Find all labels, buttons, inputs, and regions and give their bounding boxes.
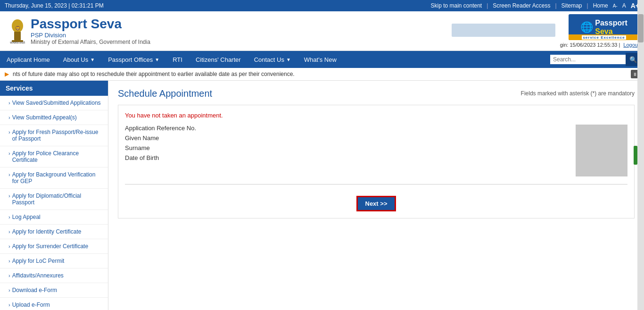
sidebar-item-apply-loc[interactable]: › Apply for LoC Permit — [0, 254, 108, 268]
sidebar-arrow-icon: › — [8, 151, 10, 156]
site-header: 🦁 सत्यमेव जयते Passport Seva PSP Divisio… — [0, 11, 644, 51]
page-title: Schedule Appointment — [118, 88, 212, 99]
nav-whats-new[interactable]: What's New — [297, 51, 343, 68]
nav-contact-us[interactable]: Contact Us ▼ — [248, 51, 297, 68]
font-normal[interactable]: A — [622, 2, 626, 9]
sidebar-item-upload-eform[interactable]: › Upload e-Form — [0, 298, 108, 310]
sidebar-item-download-eform[interactable]: › Download e-Form — [0, 283, 108, 298]
app-ref-label: Application Reference No. — [125, 125, 210, 132]
alert-message: You have not taken an appointment. — [125, 112, 627, 119]
passport-offices-arrow: ▼ — [155, 57, 159, 62]
sidebar-item-apply-police[interactable]: › Apply for Police Clearance Certificate — [0, 146, 108, 168]
contact-us-arrow: ▼ — [286, 57, 291, 62]
sidebar-arrow-icon: › — [8, 273, 10, 278]
scroll-thumb[interactable] — [638, 14, 644, 42]
sidebar-arrow-icon: › — [8, 287, 10, 293]
search-input[interactable] — [550, 55, 626, 64]
form-fields: Application Reference No. Given Name Sur… — [125, 125, 566, 176]
sidebar-arrow-icon: › — [8, 243, 10, 249]
ticker-arrow-icon: ▶ — [5, 71, 9, 77]
sidebar-arrow-icon: › — [8, 258, 10, 264]
sidebar-arrow-icon: › — [8, 115, 10, 120]
header-title-block: Passport Seva PSP Division Ministry of E… — [31, 17, 452, 45]
psp-division: PSP Division — [31, 32, 452, 39]
services-sidebar: Services › View Saved/Submitted Applicat… — [0, 81, 108, 310]
content-header: Schedule Appointment Fields marked with … — [118, 88, 635, 99]
navbar-search-area: 🔍 — [547, 51, 644, 68]
sidebar-item-view-appeals[interactable]: › View Submitted Appeal(s) — [0, 110, 108, 125]
home-link[interactable]: Home — [593, 2, 608, 9]
passport-seva-logo: 🌐 Passport Seva service Excellence — [569, 14, 639, 40]
sidebar-item-apply-diplomatic[interactable]: › Apply for Diplomatic/Official Passport — [0, 189, 108, 210]
main-layout: Services › View Saved/Submitted Applicat… — [0, 81, 644, 310]
next-button[interactable]: Next >> — [356, 196, 396, 211]
nav-citizens-charter[interactable]: Citizens' Charter — [189, 51, 248, 68]
surname-label: Surname — [125, 144, 210, 151]
green-indicator — [634, 146, 637, 165]
sidebar-item-apply-surrender[interactable]: › Apply for Surrender Certificate — [0, 239, 108, 254]
top-bar: Thursday, June 15, 2023 | 02:31:21 PM Sk… — [0, 0, 644, 11]
svg-rect-1 — [14, 32, 21, 40]
form-divider — [125, 184, 627, 184]
scrollbar[interactable] — [637, 0, 644, 310]
svg-text:सत्यमेव जयते: सत्यमेव जयते — [9, 41, 26, 44]
emblem-logo: 🦁 सत्यमेव जयते — [5, 17, 31, 45]
svg-text:🦁: 🦁 — [15, 25, 21, 31]
given-name-label: Given Name — [125, 134, 210, 142]
ministry-text: Ministry of External Affairs, Government… — [31, 39, 452, 45]
site-title: Passport Seva — [31, 17, 452, 32]
datetime: Thursday, June 15, 2023 | 02:31:21 PM — [5, 2, 104, 9]
surname-row: Surname — [125, 144, 566, 151]
next-button-row: Next >> — [125, 196, 627, 211]
header-search-area — [452, 24, 555, 37]
main-navbar: Applicant Home About Us ▼ Passport Offic… — [0, 51, 644, 68]
font-minus[interactable]: A- — [613, 3, 618, 8]
ticker-text: nts of future date may also opt to resch… — [13, 71, 295, 77]
header-right: 🌐 Passport Seva service Excellence gin: … — [560, 14, 639, 48]
sidebar-arrow-icon: › — [8, 100, 10, 106]
screen-reader-link[interactable]: Screen Reader Access — [493, 2, 550, 9]
nav-passport-offices[interactable]: Passport Offices ▼ — [101, 51, 166, 68]
nav-about-us[interactable]: About Us ▼ — [57, 51, 101, 68]
appointment-form-section: You have not taken an appointment. Appli… — [118, 105, 635, 218]
sidebar-arrow-icon: › — [8, 193, 10, 199]
mandatory-note: Fields marked with asterisk (*) are mand… — [521, 90, 635, 97]
sidebar-item-view-saved[interactable]: › View Saved/Submitted Applications — [0, 96, 108, 110]
skip-link[interactable]: Skip to main content — [430, 2, 482, 9]
sidebar-header: Services — [0, 81, 108, 96]
nav-applicant-home[interactable]: Applicant Home — [0, 51, 57, 68]
sidebar-item-apply-identity[interactable]: › Apply for Identity Certificate — [0, 225, 108, 239]
sidebar-arrow-icon: › — [8, 172, 10, 177]
logout-link[interactable]: Logout — [623, 42, 639, 48]
sidebar-item-affidavits[interactable]: › Affidavits/Annexures — [0, 268, 108, 283]
sidebar-item-apply-gep[interactable]: › Apply for Background Verification for … — [0, 168, 108, 189]
service-excellence-text: service Excellence — [569, 34, 639, 40]
nav-rti[interactable]: RTI — [166, 51, 189, 68]
login-info: gin: 15/06/2023 12:55:33 | Logout — [560, 42, 639, 48]
login-time: gin: 15/06/2023 12:55:33 | — [560, 42, 620, 48]
sidebar-arrow-icon: › — [8, 214, 10, 220]
sitemap-link[interactable]: Sitemap — [561, 2, 582, 9]
given-name-row: Given Name — [125, 134, 566, 142]
main-content: Schedule Appointment Fields marked with … — [108, 81, 644, 310]
sidebar-arrow-icon: › — [8, 302, 10, 308]
app-ref-row: Application Reference No. — [125, 125, 566, 132]
about-us-arrow: ▼ — [90, 57, 95, 62]
dob-label: Date of Birth — [125, 154, 210, 161]
photo-placeholder — [576, 125, 627, 176]
ticker-bar: ▶ nts of future date may also opt to res… — [0, 68, 644, 81]
sidebar-arrow-icon: › — [8, 229, 10, 235]
sidebar-arrow-icon: › — [8, 129, 10, 135]
dob-row: Date of Birth — [125, 154, 566, 161]
sidebar-item-apply-fresh[interactable]: › Apply for Fresh Passport/Re-issue of P… — [0, 125, 108, 146]
sidebar-item-log-appeal[interactable]: › Log Appeal — [0, 210, 108, 225]
